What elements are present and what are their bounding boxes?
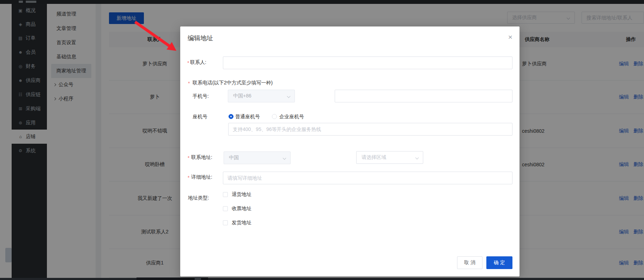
radio-enterprise-landline-label[interactable]: 企业座机号 (279, 114, 304, 120)
radio-enterprise-landline[interactable] (272, 114, 277, 119)
chevron-down-icon (283, 156, 286, 160)
address-type-label: 地址类型: (188, 195, 209, 201)
radio-normal-landline-label[interactable]: 普通座机号 (235, 114, 260, 120)
app-root: ▣概况◈商品▤订单☻会员◎财务☻供应商☷供应链⊞采购端⊛应用⌂店铺⚙系统 频道管… (0, 0, 644, 280)
contact-name-label: 联系人: (190, 59, 206, 66)
phone-section-label: 联系电话(以下2中方式至少填写一种) (193, 80, 273, 86)
required-asterisk: * (188, 155, 189, 161)
close-icon[interactable]: × (505, 32, 515, 42)
required-asterisk: * (188, 175, 189, 180)
edit-address-modal: 编辑地址 × * 联系人: * 联系电话(以下2中方式至少填写一种) 手机号: … (180, 26, 520, 276)
country-code-value: 中国+86 (233, 93, 251, 99)
required-asterisk: * (188, 81, 190, 86)
required-asterisk: * (187, 60, 189, 66)
bottom-bar-fragment (195, 277, 201, 280)
bottom-bar (0, 278, 644, 280)
country-select[interactable]: 中国 (224, 151, 291, 164)
radio-normal-landline[interactable] (229, 114, 233, 119)
detail-address-label: 详细地址: (191, 174, 212, 180)
chevron-down-icon (415, 156, 419, 160)
checkbox-address-type-3[interactable] (223, 220, 228, 225)
modal-title: 编辑地址 (188, 34, 213, 42)
chevron-down-icon (287, 95, 291, 98)
country-code-select[interactable]: 中国+86 (228, 90, 295, 102)
confirm-button[interactable]: 确 定 (486, 256, 512, 269)
checkbox-address-type-1[interactable] (223, 192, 228, 197)
landline-label: 座机号 (193, 114, 207, 120)
region-select[interactable]: 请选择区域 (356, 151, 423, 164)
checkbox-address-type-2[interactable] (223, 206, 228, 211)
checkbox-address-type-label[interactable]: 退货地址 (232, 191, 251, 198)
mobile-label: 手机号: (193, 93, 209, 100)
country-value: 中国 (229, 155, 239, 161)
mobile-number-input[interactable] (335, 90, 512, 102)
landline-number-input[interactable] (228, 123, 512, 136)
cancel-button[interactable]: 取 消 (457, 256, 482, 269)
checkbox-address-type-label[interactable]: 发货地址 (232, 220, 251, 226)
detail-address-input[interactable] (223, 172, 512, 184)
region-placeholder: 请选择区域 (362, 154, 386, 161)
contact-name-input[interactable] (223, 56, 512, 69)
checkbox-address-type-label[interactable]: 收票地址 (232, 205, 251, 212)
contact-address-label: 联系地址: (191, 154, 212, 161)
